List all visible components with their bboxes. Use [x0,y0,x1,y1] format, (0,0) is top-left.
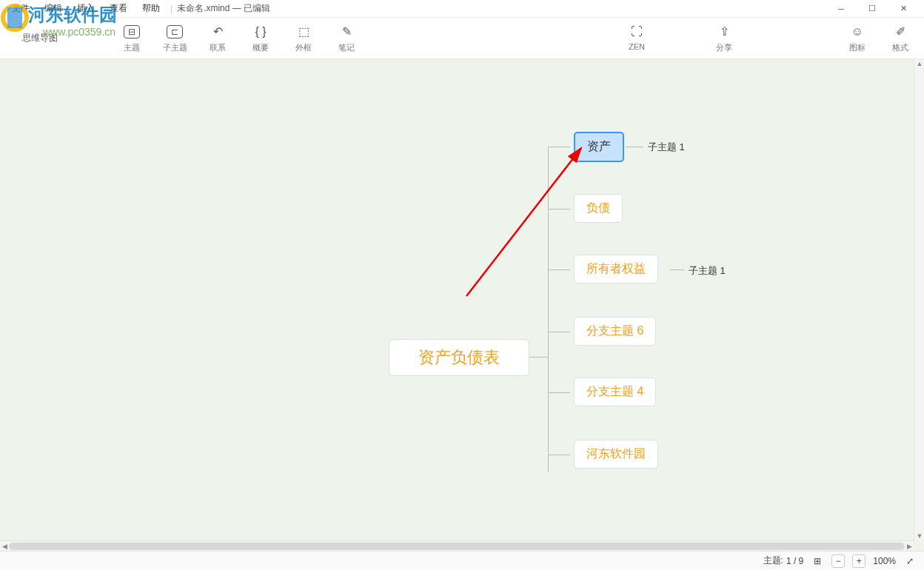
subtopic-button[interactable]: ⊏ 子主题 [160,24,190,53]
branch-node-3[interactable]: 所有者权益 [574,255,658,284]
summary-icon: { } [255,24,266,40]
map-overview-icon[interactable]: ⊞ [811,554,824,568]
icon-button[interactable]: ☺ 图标 [843,24,872,53]
doc-status: 已编辑 [244,3,270,13]
statusbar: 主题: 1 / 9 ⊞ − + 100% ⤢ [0,551,924,570]
branch-node-2[interactable]: 负债 [574,194,623,223]
topic-icon: ⊟ [124,24,140,40]
zen-label: ZEN [629,42,645,51]
topic-label: 主题: [763,554,783,567]
close-button[interactable]: ✕ [888,1,918,17]
menu-view[interactable]: 查看 [104,1,133,16]
topic-label: 主题 [124,42,140,53]
connector-sub1 [626,147,643,147]
nav-title[interactable]: 思维导图 [9,32,58,44]
share-button[interactable]: ⇪ 分享 [709,24,739,53]
center-topic[interactable]: 资产负债表 [389,339,529,376]
note-icon: ✎ [342,24,352,40]
connector-b5 [548,392,570,393]
branch-node-4[interactable]: 分支主题 6 [574,317,656,346]
zoom-in-button[interactable]: + [852,554,866,568]
scroll-right-arrow[interactable]: ▶ [905,541,914,551]
branch-node-6[interactable]: 河东软件园 [574,440,658,469]
summary-label: 概要 [252,42,269,53]
boundary-label: 外框 [295,42,312,53]
connector-b2 [548,209,570,209]
connector-b1 [548,147,570,147]
toolbar: 思维导图 ⊟ 主题 ⊏ 子主题 ↶ 联系 { } 概要 ⬚ 外框 ✎ 笔记 ⛶ [0,18,924,59]
scroll-up-arrow[interactable]: ▲ [914,59,924,68]
window-controls: ─ ☐ ✕ [826,1,918,17]
connector-b4 [548,332,570,332]
branch-node-5[interactable]: 分支主题 4 [574,378,656,406]
zen-icon: ⛶ [631,24,643,40]
doc-status-dash: — [232,3,244,13]
brush-icon: ✐ [896,24,905,40]
vertical-scrollbar[interactable]: ▲ ▼ [914,59,924,540]
note-button[interactable]: ✎ 笔记 [332,24,361,53]
minimize-button[interactable]: ─ [826,1,856,17]
titlebar: 文件 编辑 插入 查看 帮助 | 未命名.xmind — 已编辑 ─ ☐ ✕ [0,0,924,18]
connector-b3 [548,269,570,270]
toolbar-group-left: ⊟ 主题 ⊏ 子主题 ↶ 联系 { } 概要 ⬚ 外框 ✎ 笔记 [117,24,361,53]
connector-sub3 [670,269,685,270]
boundary-button[interactable]: ⬚ 外框 [289,24,318,53]
toolbar-group-center: ⛶ ZEN ⇪ 分享 [622,24,739,53]
zen-button[interactable]: ⛶ ZEN [622,24,652,53]
summary-button[interactable]: { } 概要 [246,24,275,53]
subtopic-label: 子主题 [163,42,187,53]
svg-line-0 [466,148,581,296]
hscroll-thumb[interactable] [9,543,905,550]
relation-label: 联系 [210,42,226,53]
menu-insert[interactable]: 插入 [71,1,101,16]
document-name: 未命名.xmind — 已编辑 [177,2,270,15]
note-label: 笔记 [338,42,355,53]
relation-icon: ↶ [213,24,223,40]
canvas[interactable]: 资产负债表 资产 子主题 1 负债 所有者权益 子主题 1 分支主题 6 分支主… [0,59,924,551]
connector-vline [548,147,549,472]
boundary-icon: ⬚ [298,24,309,40]
separator: | [170,4,173,14]
scroll-left-arrow[interactable]: ◀ [0,541,9,551]
maximize-button[interactable]: ☐ [857,1,887,17]
zoom-out-button[interactable]: − [831,554,845,568]
subtopic-icon: ⊏ [167,24,183,40]
branch-3-subtopic[interactable]: 子主题 1 [689,264,726,278]
connector-center [529,357,548,358]
menu-file[interactable]: 文件 [6,1,36,16]
expand-icon[interactable]: ⤢ [903,554,917,568]
scroll-down-arrow[interactable]: ▼ [914,532,924,540]
zoom-level[interactable]: 100% [873,556,896,566]
doc-filename: 未命名.xmind [177,3,230,13]
relation-button[interactable]: ↶ 联系 [203,24,232,53]
horizontal-scrollbar[interactable]: ◀ ▶ [0,540,914,551]
menu-help[interactable]: 帮助 [136,1,166,16]
share-label: 分享 [716,42,732,53]
menu-edit[interactable]: 编辑 [38,1,68,16]
format-button[interactable]: ✐ 格式 [886,24,915,53]
menu-bar: 文件 编辑 插入 查看 帮助 [6,1,166,16]
topic-button[interactable]: ⊟ 主题 [117,24,147,53]
status-topic-count: 主题: 1 / 9 [763,554,804,567]
branch-1-subtopic[interactable]: 子主题 1 [648,141,685,154]
connector-b6 [548,455,570,455]
share-icon: ⇪ [720,24,729,40]
toolbar-group-right: ☺ 图标 ✐ 格式 [843,24,915,53]
branch-node-1[interactable]: 资产 [574,132,624,162]
format-label: 格式 [892,42,908,53]
icon-label: 图标 [849,42,866,53]
smiley-icon: ☺ [851,24,863,40]
topic-count: 1 / 9 [786,556,803,566]
